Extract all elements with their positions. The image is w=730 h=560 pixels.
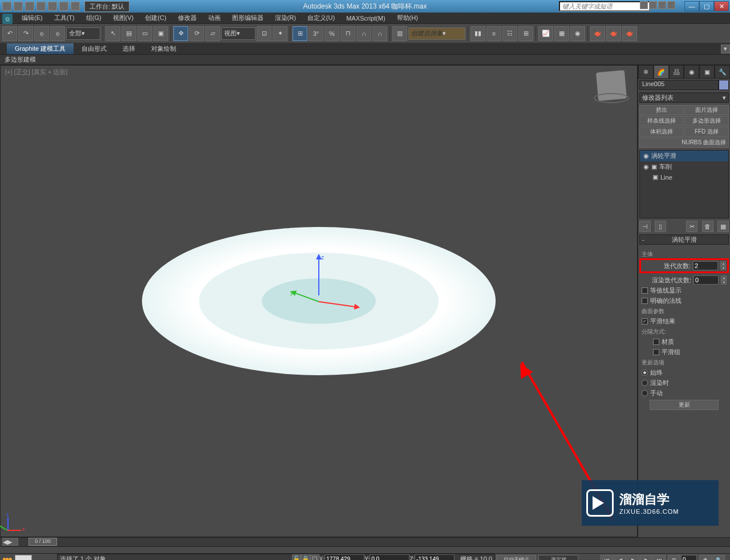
play-icon[interactable]: ▶ [627,555,639,560]
magnet2-button[interactable]: ∩ [372,26,387,41]
coord-z-input[interactable]: -133.149 [415,554,455,560]
render-iters-spinner[interactable]: 0 [694,275,719,285]
isoline-checkbox[interactable] [642,287,648,294]
menu-maxscript[interactable]: MAXScript(M) [340,14,391,23]
goto-end-icon[interactable]: ⏭ [653,555,666,560]
ribbon-tab-graphite[interactable]: Graphite 建模工具 [7,43,74,54]
script-listener-button[interactable] [15,555,32,560]
help-search-input[interactable] [559,1,650,11]
menu-modifiers[interactable]: 修改器 [172,13,202,23]
render-frame-button[interactable]: 🫖 [606,26,621,41]
spinner-down-icon[interactable]: ▾ [720,266,726,270]
rect-select-button[interactable]: ▭ [137,26,152,41]
tab-create-icon[interactable]: ✲ [638,65,654,79]
radio-render[interactable] [642,380,648,386]
object-name-input[interactable]: Line005 [639,80,719,90]
layer-button[interactable]: ☷ [502,26,517,41]
select-name-button[interactable]: ▤ [121,26,136,41]
menu-group[interactable]: 组(G) [80,13,107,23]
viewcube-ring[interactable] [594,93,629,103]
unlink-button[interactable]: ⎋ [50,26,65,41]
time-ruler[interactable] [0,546,730,553]
new-icon[interactable] [2,2,11,11]
iterations-spinner[interactable]: 2 [693,261,718,270]
normals-checkbox[interactable] [642,298,648,304]
btn-patch-sel[interactable]: 面片选择 [684,105,729,115]
curve-editor-button[interactable]: 📈 [538,26,553,41]
stack-item-turbosmooth[interactable]: ◉ 涡轮平滑 [640,151,728,161]
lock-icon[interactable]: 🔓 [292,554,301,560]
menu-customize[interactable]: 自定义(U) [302,13,340,23]
link-icon[interactable] [59,2,68,11]
modifier-list-dropdown[interactable]: 修改器列表▾ [639,92,729,103]
show-end-icon[interactable]: ▯ [655,221,666,232]
scale-button[interactable]: ▱ [205,26,220,41]
help-icon[interactable] [667,1,675,9]
material-button[interactable]: ◉ [570,26,585,41]
select-button[interactable]: ↖ [106,26,120,41]
btn-ffd-sel[interactable]: FFD 选择 [684,127,729,137]
time-slider[interactable]: ◀▶ 0 / 100 [0,537,730,546]
track-bar-button[interactable]: ◀▶ [2,538,18,546]
align-button[interactable]: ≡ [486,26,501,41]
radio-manual[interactable] [642,390,648,396]
named-sel-button[interactable]: ▥ [392,26,407,41]
undo-button[interactable]: ↶ [2,26,17,41]
ref-coord-dropdown[interactable]: 视图 ▾ [221,27,256,40]
coord-y-input[interactable]: 0.0 [370,554,409,560]
goto-start-icon[interactable]: ⏮ [601,555,613,560]
time-config-icon[interactable]: ⊞ [668,555,680,560]
star-icon[interactable] [658,1,666,9]
current-frame-input[interactable]: 0 [681,555,697,560]
stack-item-line[interactable]: ▣ Line [640,172,728,182]
tab-display-icon[interactable]: ▣ [699,65,715,79]
menu-help[interactable]: 帮助(H) [391,13,424,23]
viewport-label[interactable]: [+] [正交] [真实 + 边面] [5,68,67,76]
ribbon-tab-freeform[interactable]: 自由形式 [74,43,115,54]
ribbon-tab-paint[interactable]: 对象绘制 [143,43,184,54]
menu-render[interactable]: 渲染(R) [269,13,302,23]
menu-grapheditors[interactable]: 图形编辑器 [226,13,269,23]
named-sel-dropdown[interactable]: 创建选择集 ▾ [408,27,465,40]
menu-view[interactable]: 视图(V) [107,13,140,23]
smooth-result-checkbox[interactable] [642,318,648,324]
menu-edit[interactable]: 编辑(E) [16,13,48,23]
menu-tools[interactable]: 工具(T) [48,13,80,23]
menu-animation[interactable]: 动画 [202,13,226,23]
ribbon-tab-select[interactable]: 选择 [115,43,143,54]
btn-poly-sel[interactable]: 多边形选择 [684,116,729,126]
coord-x-input[interactable]: 1778.429 [325,554,364,560]
open-icon[interactable] [14,2,23,11]
tab-hierarchy-icon[interactable]: 品 [669,65,684,79]
zoom-icon[interactable]: 🔍 [712,555,725,560]
pin-stack-icon[interactable]: ⊣ [639,221,651,232]
object-color-swatch[interactable] [719,80,729,90]
angle-snap-button[interactable]: 3° [309,26,323,41]
redo-icon[interactable] [48,2,57,11]
workspace-dropdown[interactable]: 工作台: 默认 [84,1,129,12]
axis-z[interactable] [318,255,319,295]
search-icon[interactable] [640,1,648,9]
remove-mod-icon[interactable]: 🗑 [702,221,713,232]
abs-rel-icon[interactable]: ☐ [310,554,319,560]
btn-nurbs-sel[interactable]: NURBS 曲面选择 [639,137,729,148]
prev-frame-icon[interactable]: ◀ [614,555,626,560]
configure-icon[interactable]: ▦ [717,221,729,232]
window-crossing-button[interactable]: ▣ [153,26,168,41]
frame-slider[interactable]: 0 / 100 [29,538,57,546]
viewport[interactable]: [+] [正交] [真实 + 边面] z y z x [0,65,638,537]
mirror-button[interactable]: ▮▮ [471,26,485,41]
undo-icon[interactable] [36,2,46,11]
save-icon[interactable] [25,2,34,11]
tab-modify-icon[interactable]: 🌈 [654,65,669,79]
update-button[interactable]: 更新 [650,400,719,410]
maximize-button[interactable]: ▢ [699,1,714,11]
manipulate-button[interactable]: ✦ [273,26,287,41]
snap-toggle-button[interactable]: ⊞ [293,26,307,41]
pan-icon[interactable]: ✥ [699,555,712,560]
ribbon-expand-icon[interactable]: ▾ [721,44,730,54]
btn-extrude[interactable]: 挤出 [639,105,684,115]
close-button[interactable]: ✕ [714,1,729,11]
rollout-header-turbosmooth[interactable]: - 涡轮平滑 [639,234,729,245]
radio-always[interactable] [642,370,648,376]
